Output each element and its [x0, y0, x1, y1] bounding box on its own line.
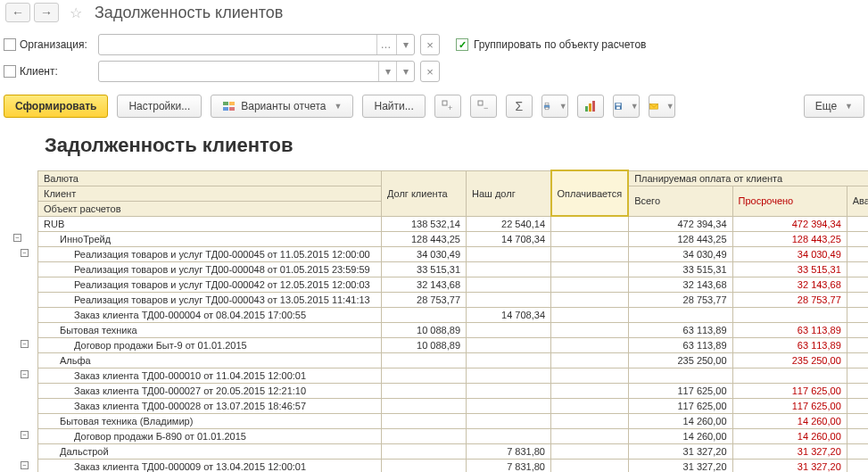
svg-rect-6 — [478, 101, 483, 105]
svg-rect-4 — [442, 101, 447, 105]
svg-rect-12 — [589, 104, 591, 112]
client-clear-inner-icon[interactable]: ▾ — [396, 62, 414, 81]
table-row[interactable]: Заказ клиента ТД00-000028 от 13.07.2015 … — [38, 398, 869, 413]
client-checkbox[interactable] — [4, 65, 16, 78]
table-row[interactable]: Договор продажи Быт-9 от 01.01.201510 08… — [38, 337, 869, 352]
tree-toggle[interactable]: − — [21, 431, 29, 439]
svg-rect-11 — [585, 106, 588, 112]
client-input[interactable]: ▾ ▾ — [98, 61, 415, 82]
back-button[interactable]: ← — [5, 3, 30, 22]
col-object[interactable]: Объект расчетов — [38, 201, 382, 216]
col-our-debt[interactable]: Наш долг — [467, 170, 551, 216]
tree-toggle[interactable]: − — [21, 461, 29, 469]
client-filter-label: Клиент: — [4, 65, 93, 78]
save-icon — [614, 99, 623, 113]
report-table: Валюта Долг клиента Наш долг Оплачиваетс… — [37, 170, 868, 472]
org-input[interactable]: … ▾ — [98, 34, 415, 55]
expand-all-button[interactable]: + — [434, 95, 461, 118]
table-row[interactable]: RUB138 532,1422 540,14472 394,34472 394,… — [38, 216, 869, 231]
client-clear-button[interactable]: × — [420, 61, 440, 82]
table-row[interactable]: Заказ клиента ТД00-000010 от 11.04.2015 … — [38, 368, 869, 383]
group-checkbox[interactable]: ✓ Группировать по объекту расчетов — [456, 38, 646, 51]
table-row[interactable]: Бытовая техника10 088,8963 113,8963 113,… — [38, 322, 869, 337]
svg-rect-0 — [223, 102, 228, 105]
org-dropdown-icon[interactable]: ▾ — [396, 35, 414, 54]
client-dropdown-icon[interactable]: ▾ — [378, 62, 396, 81]
chart-icon — [583, 99, 598, 113]
more-button[interactable]: Еще▼ — [804, 95, 864, 118]
table-row[interactable]: Реализация товаров и услуг ТД00-000043 о… — [38, 292, 869, 307]
collapse-all-button[interactable]: − — [470, 95, 497, 118]
table-row[interactable]: Договор продажи Б-890 от 01.01.201514 26… — [38, 428, 869, 443]
report-title: Задолженность клиентов — [45, 134, 868, 157]
find-button[interactable]: Найти... — [362, 95, 425, 118]
svg-text:+: + — [448, 104, 452, 112]
org-clear-button[interactable]: × — [420, 34, 440, 55]
table-row[interactable]: Заказ клиента ТД00-000004 от 08.04.2015 … — [38, 307, 869, 322]
star-icon[interactable]: ☆ — [66, 3, 86, 22]
table-row[interactable]: Дальстрой7 831,8031 327,2031 327,20 — [38, 443, 869, 459]
forward-button[interactable]: → — [34, 3, 59, 22]
tree-toggle[interactable]: − — [21, 370, 29, 378]
collapse-icon: − — [476, 99, 491, 113]
variants-button[interactable]: Варианты отчета▼ — [211, 95, 353, 118]
table-row[interactable]: ИнноТрейд128 443,2514 708,34128 443,2512… — [38, 231, 869, 246]
col-client[interactable]: Клиент — [38, 186, 382, 201]
table-row[interactable]: Реализация товаров и услуг ТД00-000045 о… — [38, 246, 869, 261]
mail-icon — [649, 99, 658, 113]
col-total[interactable]: Всего — [628, 186, 732, 216]
col-debt[interactable]: Долг клиента — [382, 170, 467, 216]
email-button[interactable]: ▼ — [649, 95, 675, 118]
expand-icon: + — [441, 99, 455, 113]
variants-icon — [222, 99, 236, 113]
col-paying[interactable]: Оплачивается — [551, 170, 629, 216]
table-row[interactable]: Заказ клиента ТД00-000027 от 20.05.2015 … — [38, 383, 869, 398]
svg-text:−: − — [484, 104, 488, 112]
svg-rect-15 — [616, 104, 620, 106]
checkmark-icon: ✓ — [456, 38, 468, 51]
settings-button[interactable]: Настройки... — [117, 95, 202, 118]
print-button[interactable]: ▼ — [541, 95, 568, 118]
svg-rect-9 — [545, 103, 549, 105]
svg-rect-1 — [229, 102, 235, 105]
save-button[interactable]: ▼ — [613, 95, 640, 118]
svg-rect-2 — [223, 107, 228, 111]
table-row[interactable]: Реализация товаров и услуг ТД00-000048 о… — [38, 261, 869, 277]
col-currency[interactable]: Валюта — [38, 170, 382, 186]
col-planned[interactable]: Планируемая оплата от клиента — [628, 170, 868, 186]
form-button[interactable]: Сформировать — [4, 95, 108, 118]
col-overdue[interactable]: Просрочено — [732, 186, 847, 216]
org-checkbox[interactable] — [4, 38, 16, 51]
sigma-icon: Σ — [515, 99, 523, 113]
svg-rect-3 — [229, 107, 235, 111]
table-row[interactable]: Заказ клиента ТД00-000009 от 13.04.2015 … — [38, 459, 869, 472]
tree-toggle[interactable]: − — [21, 249, 29, 257]
print-icon — [542, 99, 551, 113]
svg-rect-10 — [545, 107, 549, 110]
chart-button[interactable] — [577, 95, 604, 118]
col-advance[interactable]: Аванс обеспе — [847, 186, 868, 216]
table-row[interactable]: Альфа235 250,00235 250,00 — [38, 352, 869, 368]
svg-rect-13 — [592, 101, 595, 112]
table-row[interactable]: Бытовая техника (Владимир)14 260,0014 26… — [38, 413, 869, 428]
tree-toggle[interactable]: − — [21, 340, 29, 348]
table-row[interactable]: Реализация товаров и услуг ТД00-000042 о… — [38, 277, 869, 292]
page-title: Задолженность клиентов — [95, 4, 283, 22]
svg-rect-16 — [616, 107, 620, 110]
org-filter-label: Организация: — [4, 38, 93, 51]
sum-button[interactable]: Σ — [506, 95, 533, 118]
org-select-icon[interactable]: … — [376, 35, 394, 54]
tree-toggle[interactable]: − — [13, 234, 21, 242]
